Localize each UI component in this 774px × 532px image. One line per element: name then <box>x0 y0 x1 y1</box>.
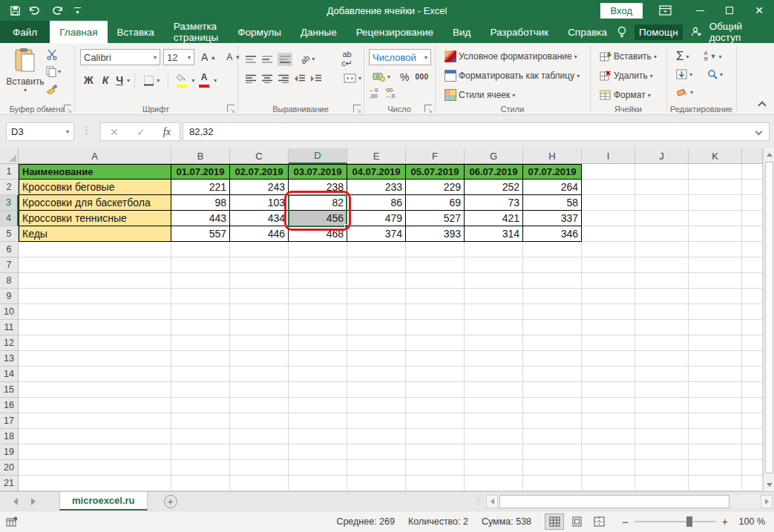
cell-X3[interactable] <box>742 195 763 211</box>
column-header-F[interactable]: F <box>406 148 465 164</box>
cell-H10[interactable] <box>523 304 582 320</box>
cell-K2[interactable] <box>689 180 742 195</box>
cell-J11[interactable] <box>635 320 689 335</box>
cell-H6[interactable] <box>523 242 582 257</box>
cell-F16[interactable] <box>406 398 465 413</box>
cell-D7[interactable] <box>289 257 347 273</box>
column-header-K[interactable]: K <box>689 148 742 164</box>
cell-B19[interactable] <box>171 444 230 460</box>
page-break-view-button[interactable] <box>589 513 609 530</box>
customize-qat-button[interactable]: ▾ <box>72 7 83 14</box>
cell-X18[interactable] <box>742 429 763 444</box>
cell-D10[interactable] <box>289 304 347 320</box>
cell-I10[interactable] <box>582 304 635 320</box>
cell-A4[interactable]: Кроссовки теннисные <box>19 211 171 226</box>
cell-F12[interactable] <box>406 335 465 351</box>
cell-E11[interactable] <box>347 320 406 335</box>
ribbon-tab-5[interactable]: Данные <box>291 21 347 43</box>
horizontal-scrollbar[interactable] <box>486 492 774 510</box>
cell-F6[interactable] <box>406 242 465 257</box>
expand-formula-bar-icon[interactable] <box>755 128 763 136</box>
column-header-D[interactable]: D <box>289 148 347 164</box>
confirm-entry-icon[interactable]: ✓ <box>137 126 145 138</box>
alignment-dialog-launcher[interactable] <box>353 105 361 112</box>
cell-D17[interactable] <box>289 413 347 429</box>
cell-H2[interactable]: 264 <box>523 180 582 195</box>
cell-K6[interactable] <box>689 242 742 257</box>
cell-H4[interactable]: 337 <box>523 211 582 226</box>
cell-D5[interactable]: 468 <box>289 226 347 242</box>
cell-A18[interactable] <box>19 429 171 444</box>
prev-sheet-icon[interactable] <box>13 498 18 505</box>
maximize-button[interactable] <box>715 0 744 21</box>
cell-J17[interactable] <box>635 413 689 429</box>
minimize-button[interactable] <box>685 0 715 21</box>
close-button[interactable]: × <box>744 0 774 21</box>
cell-X17[interactable] <box>742 413 763 429</box>
cell-H12[interactable] <box>523 335 582 351</box>
cell-A8[interactable] <box>19 273 171 289</box>
cell-E1[interactable]: 04.07.2019 <box>347 164 406 180</box>
cell-J13[interactable] <box>635 351 689 367</box>
cell-I11[interactable] <box>582 320 635 335</box>
cell-I2[interactable] <box>582 180 635 195</box>
cell-K5[interactable] <box>689 226 742 242</box>
cell-G5[interactable]: 314 <box>465 226 523 242</box>
cell-X5[interactable] <box>742 226 763 242</box>
cell-H7[interactable] <box>523 257 582 273</box>
cell-C6[interactable] <box>230 242 289 257</box>
cell-E2[interactable]: 233 <box>347 180 406 195</box>
cell-D20[interactable] <box>289 460 347 476</box>
cell-J21[interactable] <box>635 476 689 491</box>
cell-F5[interactable]: 393 <box>406 226 465 242</box>
cell-J19[interactable] <box>635 444 689 460</box>
sign-in-button[interactable]: Вход <box>600 3 643 19</box>
name-box[interactable]: D3▾ <box>6 122 74 141</box>
cell-A20[interactable] <box>19 460 171 476</box>
row-header-17[interactable]: 17 <box>0 413 19 429</box>
cell-H5[interactable]: 346 <box>523 226 582 242</box>
cell-A2[interactable]: Кроссовки беговые <box>19 180 171 195</box>
cell-I1[interactable] <box>582 164 635 180</box>
cell-B16[interactable] <box>171 398 230 413</box>
cell-J18[interactable] <box>635 429 689 444</box>
cell-E4[interactable]: 479 <box>347 211 406 226</box>
cell-I13[interactable] <box>582 351 635 367</box>
cell-H14[interactable] <box>523 367 582 382</box>
share-button[interactable]: Общий доступ <box>709 21 764 43</box>
row-header-1[interactable]: 1 <box>0 164 19 180</box>
cell-G12[interactable] <box>465 335 523 351</box>
cell-K3[interactable] <box>689 195 742 211</box>
cell-X2[interactable] <box>742 180 763 195</box>
cell-C1[interactable]: 02.07.2019 <box>230 164 289 180</box>
cell-B2[interactable]: 221 <box>171 180 230 195</box>
cell-J9[interactable] <box>635 289 689 304</box>
cell-H8[interactable] <box>523 273 582 289</box>
cell-C15[interactable] <box>230 382 289 398</box>
cell-I6[interactable] <box>582 242 635 257</box>
collapse-ribbon-button[interactable] <box>758 101 766 109</box>
row-header-7[interactable]: 7 <box>0 257 19 273</box>
cell-H13[interactable] <box>523 351 582 367</box>
ribbon-tab-4[interactable]: Формулы <box>228 21 291 43</box>
ribbon-display-options-icon[interactable] <box>659 5 672 16</box>
ribbon-tab-9[interactable]: Справка <box>558 21 617 43</box>
cell-B4[interactable]: 443 <box>171 211 230 226</box>
cell-C3[interactable]: 103 <box>230 195 289 211</box>
cell-F11[interactable] <box>406 320 465 335</box>
ribbon-tab-8[interactable]: Разработчик <box>480 21 558 43</box>
row-header-18[interactable]: 18 <box>0 429 19 444</box>
cell-G16[interactable] <box>465 398 523 413</box>
scroll-right-icon[interactable] <box>761 495 773 508</box>
cell-I20[interactable] <box>582 460 635 476</box>
zoom-in-button[interactable]: + <box>722 516 728 528</box>
cell-H15[interactable] <box>523 382 582 398</box>
cell-A16[interactable] <box>19 398 171 413</box>
cell-D8[interactable] <box>289 273 347 289</box>
tab-file[interactable]: Файл <box>0 21 50 43</box>
cell-X21[interactable] <box>742 476 763 491</box>
cell-G21[interactable] <box>465 476 523 491</box>
cell-C13[interactable] <box>230 351 289 367</box>
cell-K14[interactable] <box>689 367 742 382</box>
cell-A7[interactable] <box>19 257 171 273</box>
